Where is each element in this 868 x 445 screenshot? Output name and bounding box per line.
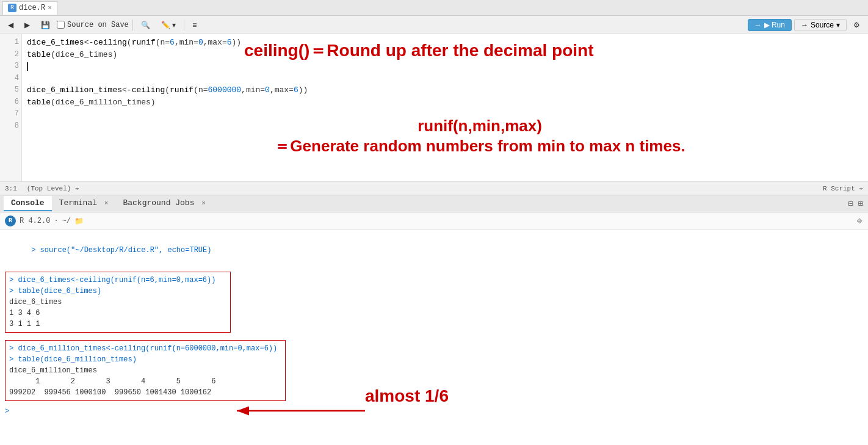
block1-header: dice_6_times xyxy=(9,297,226,308)
terminal-close-icon[interactable]: × xyxy=(104,200,109,207)
code-line-2: table(dice_6_times) xyxy=(27,49,863,61)
code-level: (Top Level) ÷ xyxy=(27,185,79,192)
source-on-save-checkbox[interactable] xyxy=(57,21,65,29)
maximize-panel-icon[interactable]: ⊞ xyxy=(857,197,864,210)
editor-tab-bar: R dice.R × xyxy=(0,0,868,16)
search-button[interactable]: 🔍 xyxy=(137,19,154,31)
block1-table-cmd: > table(dice_6_times) xyxy=(9,286,226,297)
working-dir: ~/ xyxy=(62,217,71,225)
more-options-button[interactable]: ⚙ xyxy=(849,19,864,31)
code-line-4 xyxy=(27,73,863,85)
minimize-panel-icon[interactable]: ⊟ xyxy=(847,197,854,210)
run-button[interactable]: → ▶ Run xyxy=(748,19,792,31)
console-block-2: > dice_6_million_times<-ceiling(runif(n=… xyxy=(5,338,863,403)
editor-tab-dice[interactable]: R dice.R × xyxy=(2,1,57,15)
run-arrow-icon: → xyxy=(754,21,762,29)
source-button[interactable]: → Source ▾ xyxy=(794,19,847,31)
editor-container: R dice.R × ◀ ▶ 💾 Source on Save 🔍 ✏️ ▾ ≡… xyxy=(0,0,868,195)
block2-table-cmd: > table(dice_6_million_times) xyxy=(9,354,281,365)
bg-jobs-close-icon[interactable]: × xyxy=(201,200,206,207)
r-logo-icon: R xyxy=(5,215,16,226)
panel-right-buttons: ⊟ ⊞ xyxy=(847,197,864,210)
r-version: R 4.2.0 xyxy=(20,217,50,225)
tab-close-icon[interactable]: × xyxy=(48,4,52,12)
almost-annotation: almost 1/6 xyxy=(365,383,449,409)
r-file-icon: R xyxy=(8,4,16,12)
code-content[interactable]: dice_6_times<-ceiling(runif(n=6,min=0,ma… xyxy=(22,34,868,181)
console-area[interactable]: > source("~/Desktop/R/dice.R", echo=TRUE… xyxy=(0,230,868,445)
forward-button[interactable]: ▶ xyxy=(20,19,34,31)
tab-background-jobs[interactable]: Background Jobs × xyxy=(115,196,212,211)
source-arrow-icon: → xyxy=(801,21,808,29)
bottom-panel: Console Terminal × Background Jobs × ⊟ ⊞… xyxy=(0,195,868,445)
format-button[interactable]: ≡ xyxy=(188,19,201,31)
back-button[interactable]: ◀ xyxy=(4,19,18,31)
editor-toolbar: ◀ ▶ 💾 Source on Save 🔍 ✏️ ▾ ≡ → ▶ Run → … xyxy=(0,16,868,34)
tab-console[interactable]: Console xyxy=(4,196,52,211)
code-line-8 xyxy=(27,120,863,132)
cursor-position: 3:1 xyxy=(5,185,17,192)
block1-row2: 3 1 1 1 xyxy=(9,319,226,330)
block2-cmd: > dice_6_million_times<-ceiling(runif(n=… xyxy=(9,343,281,354)
panel-tab-bar: Console Terminal × Background Jobs × ⊟ ⊞ xyxy=(0,195,868,212)
code-area[interactable]: 12345678 dice_6_times<-ceiling(runif(n=6… xyxy=(0,34,868,181)
clear-console-icon[interactable]: ⎆ xyxy=(856,215,863,227)
console-header: R R 4.2.0 · ~/ 📁 ⎆ xyxy=(0,212,868,230)
tab-terminal[interactable]: Terminal × xyxy=(52,196,116,211)
editor-status-bar: 3:1 (Top Level) ÷ R Script ÷ xyxy=(0,181,868,195)
block1-row1: 1 3 4 6 xyxy=(9,308,226,319)
script-type: R Script ÷ xyxy=(823,185,863,192)
source-dropdown-icon[interactable]: ▾ xyxy=(836,21,840,29)
console-block-1-content: > dice_6_times<-ceiling(runif(n=6,min=0,… xyxy=(5,272,231,333)
code-line-1: dice_6_times<-ceiling(runif(n=6,min=0,ma… xyxy=(27,37,863,49)
version-separator: · xyxy=(54,217,58,225)
dir-icon: 📁 xyxy=(74,217,84,226)
code-line-7 xyxy=(27,108,863,120)
block2-col-nums: 1 2 3 4 5 6 xyxy=(9,376,281,387)
save-button[interactable]: 💾 xyxy=(37,19,54,31)
tab-filename: dice.R xyxy=(19,4,45,12)
almost-arrow-svg xyxy=(231,396,365,426)
toolbar-right: → ▶ Run → Source ▾ ⚙ xyxy=(748,19,864,31)
code-line-3 xyxy=(27,60,863,73)
code-line-6: table(dice_6_million_times) xyxy=(27,96,863,109)
source-on-save-label[interactable]: Source on Save xyxy=(57,21,129,29)
toolbar-separator-2 xyxy=(184,20,184,31)
console-block-1: > dice_6_times<-ceiling(runif(n=6,min=0,… xyxy=(5,269,863,335)
code-line-5: dice_6_million_times<-ceiling(runif(n=60… xyxy=(27,84,863,96)
line-numbers: 12345678 xyxy=(0,34,22,181)
console-block-2-content: > dice_6_million_times<-ceiling(runif(n=… xyxy=(5,340,286,401)
edit-button[interactable]: ✏️ ▾ xyxy=(157,19,180,31)
console-source-cmd: > source("~/Desktop/R/dice.R", echo=TRUE… xyxy=(5,234,863,267)
toolbar-separator xyxy=(132,20,133,31)
block1-cmd: > dice_6_times<-ceiling(runif(n=6,min=0,… xyxy=(9,275,226,286)
block2-header: dice_6_million_times xyxy=(9,365,281,376)
